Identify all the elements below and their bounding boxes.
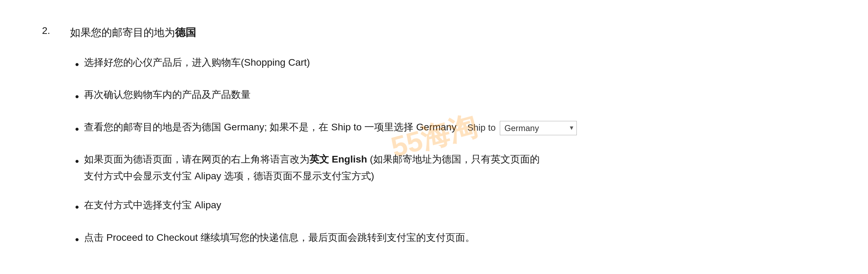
bullet-text: 点击 Proceed to Checkout 继续填写您的快递信息，最后页面会跳…	[84, 229, 805, 246]
list-item: • 再次确认您购物车内的产品及产品数量	[70, 86, 805, 106]
list-item: • 在支付方式中选择支付宝 Alipay	[70, 197, 805, 216]
ship-to-select-wrapper[interactable]: Germany China USA	[500, 120, 577, 136]
content-wrapper: 2. 如果您的邮寄目的地为德国 • 选择好您的心仪产品后，进入购物车(Shopp…	[21, 14, 826, 274]
bullet-text: 选择好您的心仪产品后，进入购物车(Shopping Cart)	[84, 54, 805, 71]
bullet-dot: •	[70, 87, 84, 106]
section-heading: 如果您的邮寄目的地为德国	[70, 24, 805, 40]
ship-to-label: Ship to	[467, 120, 496, 135]
list-item: • 选择好您的心仪产品后，进入购物车(Shopping Cart)	[70, 54, 805, 74]
ship-to-widget: Ship to Germany China USA	[467, 120, 577, 136]
bullet-dot: •	[70, 120, 84, 138]
bullet-4-line2: 支付方式中会显示支付宝 Alipay 选项，德语页面不显示支付宝方式)	[84, 171, 374, 181]
heading-bold: 德国	[175, 27, 196, 38]
section-number: 2.	[42, 24, 70, 261]
list-item: • 如果页面为德语页面，请在网页的右上角将语言改为英文 English (如果邮…	[70, 151, 805, 184]
ship-to-select[interactable]: Germany China USA	[500, 121, 577, 135]
heading-prefix: 如果您的邮寄目的地为	[70, 27, 175, 38]
bullet-4-suffix: (如果邮寄地址为德国，只有英文页面的	[367, 154, 540, 165]
list-item: • 点击 Proceed to Checkout 继续填写您的快递信息，最后页面…	[70, 229, 805, 249]
bullet-dot: •	[70, 197, 84, 216]
bullet-dot: •	[70, 55, 84, 74]
bullet-4-bold: 英文 English	[309, 154, 367, 165]
bullet-text-english: 如果页面为德语页面，请在网页的右上角将语言改为英文 English (如果邮寄地…	[84, 151, 805, 184]
section-content: 如果您的邮寄目的地为德国 • 选择好您的心仪产品后，进入购物车(Shopping…	[70, 24, 805, 261]
bullet-text-ship-to: 查看您的邮寄目的地是否为德国 Germany; 如果不是，在 Ship to 一…	[84, 119, 805, 136]
numbered-section: 2. 如果您的邮寄目的地为德国 • 选择好您的心仪产品后，进入购物车(Shopp…	[42, 24, 805, 261]
bullet-dot: •	[70, 152, 84, 171]
bullet-text: 再次确认您购物车内的产品及产品数量	[84, 86, 805, 103]
bullet-dot: •	[70, 230, 84, 249]
bullet-list: • 选择好您的心仪产品后，进入购物车(Shopping Cart) • 再次确认…	[70, 54, 805, 249]
ship-to-instruction-text: 查看您的邮寄目的地是否为德国 Germany; 如果不是，在 Ship to 一…	[84, 122, 456, 132]
list-item-ship-to: • 查看您的邮寄目的地是否为德国 Germany; 如果不是，在 Ship to…	[70, 119, 805, 138]
bullet-4-prefix: 如果页面为德语页面，请在网页的右上角将语言改为	[84, 154, 309, 165]
bullet-text: 在支付方式中选择支付宝 Alipay	[84, 197, 805, 214]
